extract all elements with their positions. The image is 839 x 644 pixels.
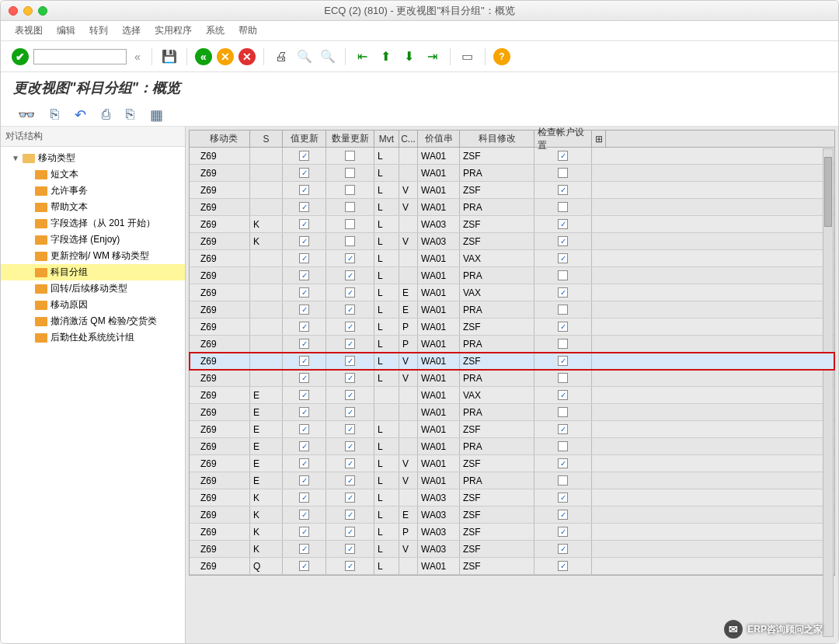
cell-c[interactable]: V — [399, 182, 418, 198]
checkbox[interactable]: ✓ — [299, 424, 309, 434]
cell-qu[interactable]: ✓ — [326, 319, 374, 335]
checkbox[interactable]: ✓ — [345, 561, 355, 571]
cell-c[interactable]: P — [399, 319, 418, 335]
cell-mt[interactable]: Z69 — [197, 250, 250, 266]
checkbox[interactable]: ✓ — [299, 270, 309, 280]
cell-am[interactable]: ZSF — [460, 233, 534, 249]
col-header[interactable]: 价值串 — [418, 131, 460, 147]
col-header[interactable]: C... — [399, 131, 418, 147]
cell-vu[interactable]: ✓ — [283, 165, 326, 181]
cell-c[interactable] — [399, 267, 418, 284]
tree-item[interactable]: 后勤住处系统统计组 — [1, 329, 185, 346]
table-row[interactable]: Z69K✓✓LWA03ZSF✓ — [190, 489, 834, 506]
checkbox[interactable]: ✓ — [345, 287, 355, 298]
cell-mvt[interactable]: L — [374, 489, 399, 506]
cell-mt[interactable]: Z69 — [197, 233, 250, 249]
cell-c[interactable] — [399, 387, 418, 403]
cell-ca[interactable]: ✓ — [534, 541, 592, 557]
menu-系统[interactable]: 系统 — [206, 24, 225, 37]
checkbox[interactable]: ✓ — [299, 185, 309, 195]
cell-am[interactable]: ZSF — [460, 541, 534, 557]
cell-vs[interactable]: WA01 — [418, 319, 460, 335]
tree-item[interactable]: 允许事务 — [1, 183, 185, 199]
table-row[interactable]: Z69✓LVWA01ZSF✓ — [190, 182, 834, 199]
cell-s[interactable]: E — [250, 387, 283, 403]
cell-am[interactable]: ZSF — [460, 148, 534, 164]
table-row[interactable]: Z69K✓✓LEWA03ZSF✓ — [190, 506, 834, 524]
select-icon[interactable]: ⎘ — [50, 106, 59, 123]
cell-ca[interactable]: ✓ — [534, 182, 592, 198]
checkbox[interactable]: ✓ — [299, 151, 309, 161]
col-header[interactable]: 科目修改 — [460, 131, 534, 147]
checkbox[interactable] — [558, 202, 568, 212]
cell-vs[interactable]: WA01 — [418, 404, 460, 420]
cell-vs[interactable]: WA01 — [418, 165, 460, 181]
checkbox[interactable]: ✓ — [345, 458, 355, 468]
checkbox[interactable]: ✓ — [345, 510, 355, 520]
cell-qu[interactable] — [326, 165, 374, 181]
col-header[interactable]: 数量更新 — [326, 131, 374, 147]
menu-实用程序[interactable]: 实用程序 — [155, 24, 192, 37]
cell-c[interactable]: V — [399, 353, 418, 369]
cell-mt[interactable]: Z69 — [197, 370, 250, 386]
cell-c[interactable] — [399, 216, 418, 232]
cell-c[interactable] — [399, 250, 418, 266]
checkbox[interactable]: ✓ — [299, 322, 309, 332]
tree-item[interactable]: 字段选择 (Enjoy) — [1, 231, 185, 248]
cell-vs[interactable]: WA03 — [418, 233, 460, 249]
cell-qu[interactable]: ✓ — [326, 472, 374, 489]
cell-ca[interactable] — [534, 301, 592, 318]
cell-ca[interactable]: ✓ — [534, 216, 592, 232]
checkbox[interactable]: ✓ — [345, 493, 355, 503]
tree-item[interactable]: 帮助文本 — [1, 199, 185, 215]
cell-vu[interactable]: ✓ — [283, 353, 326, 369]
cell-ca[interactable]: ✓ — [534, 148, 592, 164]
cell-vu[interactable]: ✓ — [283, 370, 326, 386]
checkbox[interactable] — [345, 219, 355, 229]
cell-am[interactable]: PRA — [460, 336, 534, 352]
cell-s[interactable] — [250, 301, 283, 318]
cell-vu[interactable]: ✓ — [283, 541, 326, 557]
checkbox[interactable]: ✓ — [345, 424, 355, 434]
table-row[interactable]: Z69E✓✓LWA01PRA — [190, 438, 834, 455]
cell-ca[interactable]: ✓ — [534, 506, 592, 523]
cell-vu[interactable]: ✓ — [283, 250, 326, 266]
checkbox[interactable]: ✓ — [299, 458, 309, 468]
cell-vs[interactable]: WA01 — [418, 284, 460, 301]
cell-am[interactable]: ZSF — [460, 182, 534, 198]
save-icon[interactable]: 💾 — [160, 47, 179, 66]
cell-ca[interactable]: ✓ — [534, 319, 592, 335]
cell-s[interactable]: E — [250, 472, 283, 489]
cell-vu[interactable]: ✓ — [283, 489, 326, 506]
checkbox[interactable] — [345, 202, 355, 212]
cell-mvt[interactable]: L — [374, 455, 399, 472]
table-row[interactable]: Z69✓✓LVWA01PRA — [190, 370, 834, 387]
cell-c[interactable]: V — [399, 199, 418, 215]
checkbox[interactable]: ✓ — [345, 441, 355, 451]
tree-item[interactable]: 字段选择（从 201 开始） — [1, 215, 185, 231]
checkbox[interactable]: ✓ — [345, 527, 355, 537]
cell-c[interactable] — [399, 558, 418, 574]
cell-s[interactable]: E — [250, 404, 283, 420]
checkbox[interactable]: ✓ — [558, 185, 568, 195]
back-icon[interactable]: « — [195, 48, 212, 65]
cell-vu[interactable]: ✓ — [283, 216, 326, 232]
cell-mvt[interactable]: L — [374, 541, 399, 557]
cell-s[interactable]: E — [250, 438, 283, 454]
cell-am[interactable]: ZSF — [460, 353, 534, 369]
cell-vu[interactable]: ✓ — [283, 336, 326, 352]
cell-mvt[interactable]: L — [374, 421, 399, 437]
cell-qu[interactable]: ✓ — [326, 353, 374, 369]
cell-mvt[interactable]: L — [374, 233, 399, 249]
cell-c[interactable] — [399, 438, 418, 454]
cell-mvt[interactable]: L — [374, 370, 399, 386]
cell-ca[interactable]: ✓ — [534, 558, 592, 574]
cell-vu[interactable]: ✓ — [283, 148, 326, 164]
cell-vs[interactable]: WA01 — [418, 267, 460, 284]
cell-mt[interactable]: Z69 — [197, 267, 250, 284]
cell-am[interactable]: ZSF — [460, 319, 534, 335]
vertical-scrollbar[interactable] — [823, 148, 834, 637]
cell-c[interactable] — [399, 165, 418, 181]
checkbox[interactable] — [345, 185, 355, 195]
cell-vs[interactable]: WA01 — [418, 199, 460, 215]
